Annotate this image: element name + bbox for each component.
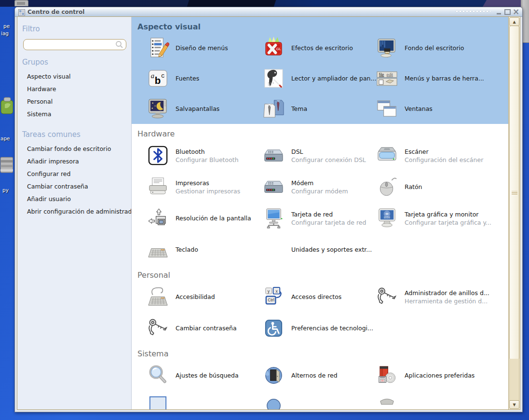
item-label: Administrador de anillos d... <box>405 289 489 297</box>
control-item-fondo-del-escritorio[interactable]: Fondo del escritorio <box>376 37 508 59</box>
desktop-background-icon <box>376 37 398 59</box>
control-item-men-s-y-barras-de-herra[interactable]: fileeditMenús y barras de herra... <box>376 67 508 90</box>
control-item-rat-n[interactable]: Ratón <box>376 176 508 198</box>
graphics-card-icon: suse <box>376 207 398 230</box>
control-item-unidades-y-soportes-extr[interactable]: Unidades y soportes extr... <box>262 238 376 261</box>
groups-heading: Grupos <box>22 58 131 67</box>
item-label: Ratón <box>405 183 422 190</box>
sidebar-group-sistema[interactable]: Sistema <box>27 110 131 118</box>
menus-toolbars-icon: fileedit <box>376 67 398 90</box>
desktop-effects-icon: GL <box>262 37 285 59</box>
menu-design-icon <box>147 37 169 59</box>
titlebar[interactable]: Centro de control × <box>15 7 522 17</box>
item-sublabel: Configurar tarjeta gráfica y... <box>405 219 491 226</box>
minimize-button[interactable] <box>495 8 502 15</box>
control-item-tema[interactable]: Tema <box>262 97 376 120</box>
sidebar-group-aspecto-visual[interactable]: Aspecto visual <box>27 73 131 80</box>
removable-media-icon <box>262 238 285 261</box>
control-item-teclado[interactable]: Teclado <box>147 238 262 261</box>
desktop-top-strip <box>0 0 529 7</box>
svg-text:x: x <box>275 289 278 294</box>
bluetooth-icon <box>147 144 169 167</box>
section-title-sistema: Sistema <box>132 344 508 360</box>
control-item-m-dem[interactable]: MódemConfigurar módem <box>262 176 376 198</box>
scrollbar-trough[interactable] <box>509 359 519 401</box>
sidebar-group-personal[interactable]: Personal <box>27 98 131 105</box>
control-item-impresoras[interactable]: ImpresorasGestionar impresoras <box>147 176 262 198</box>
svg-text:Ctrl: Ctrl <box>268 298 274 302</box>
control-item-tarjeta-gr-fica-y-monitor[interactable]: suseTarjeta gráfica y monitorConfigurar … <box>376 207 508 230</box>
control-item-accesibilidad[interactable]: Accesibilidad <box>147 285 262 308</box>
search-settings-icon <box>147 364 169 387</box>
theme-icon <box>262 97 285 120</box>
keyboard-icon <box>147 238 169 261</box>
maximize-button[interactable] <box>504 8 511 15</box>
desktop-icon[interactable] <box>0 155 13 175</box>
control-item-bluetooth[interactable]: BluetoothConfigurar Bluetooth <box>147 144 262 167</box>
scrollbar-up-button[interactable]: ▲ <box>509 17 519 26</box>
control-item-lector-y-ampliador-de-pan[interactable]: Lector y ampliador de pan... <box>262 67 376 90</box>
sidebar-task-cambiar-contrase-a[interactable]: Cambiar contraseña <box>27 183 131 190</box>
scrollbar[interactable]: ▲ ▼ <box>508 17 520 409</box>
control-item-salvapantallas[interactable]: Salvapantallas <box>147 97 262 120</box>
scrollbar-grip-icon <box>512 191 517 194</box>
item-label: Accesibilidad <box>176 293 215 300</box>
control-item-resoluci-n-de-la-pantalla[interactable]: Resolución de la pantalla <box>147 207 262 230</box>
control-item-dsl[interactable]: DSLConfigurar conexión DSL <box>262 144 376 167</box>
control-item-ventanas[interactable]: Ventanas <box>376 97 508 120</box>
control-item-dise-o-de-men-s[interactable]: Diseño de menús <box>147 37 262 59</box>
desktop-icon-label-fragment: pe <box>3 23 10 29</box>
section-items-hardware: BluetoothConfigurar BluetoothDSLConfigur… <box>132 140 508 265</box>
section-items-aspecto-visual: Diseño de menúsGLEfectos de escritorioFo… <box>132 33 508 124</box>
titlebar-grip <box>456 10 490 14</box>
control-center-window: Centro de control × Filtro Grupos Aspect… <box>14 7 523 412</box>
control-item-tarjeta-de-red[interactable]: Tarjeta de redConfigurar tarjeta de red <box>262 207 376 230</box>
modem-icon <box>262 176 285 198</box>
sidebar-task-configurar-red[interactable]: Configurar red <box>27 170 131 177</box>
control-item-partial-globe-icon[interactable] <box>262 395 376 409</box>
control-item-partial-drive-icon[interactable] <box>376 395 508 409</box>
item-label: Fuentes <box>176 75 199 82</box>
control-item-administrador-de-anillos-d[interactable]: Administrador de anillos d...Herramienta… <box>376 285 508 308</box>
background-window-shard <box>483 0 525 7</box>
sidebar-task-cambiar-fondo-de-escritorio[interactable]: Cambiar fondo de escritorio <box>27 145 131 152</box>
close-button[interactable]: × <box>513 8 519 15</box>
control-item-accesos-directos[interactable]: yxCtrlAccesos directos <box>262 285 376 308</box>
control-item-efectos-de-escritorio[interactable]: GLEfectos de escritorio <box>262 37 376 59</box>
item-sublabel: Configurar Bluetooth <box>176 156 239 163</box>
partial-window-icon <box>147 395 169 409</box>
item-sublabel: Configurar módem <box>291 188 348 195</box>
control-item-cambiar-contrase-a[interactable]: Cambiar contraseña <box>147 317 262 339</box>
item-label: Tarjeta gráfica y monitor <box>405 211 491 218</box>
control-item-fuentes[interactable]: abcFuentes <box>147 67 262 90</box>
scrollbar-down-button[interactable]: ▼ <box>509 400 519 409</box>
control-item-esc-ner[interactable]: EscánerConfiguración del escáner <box>376 144 508 167</box>
printer-icon <box>147 176 169 198</box>
sidebar-group-hardware[interactable]: Hardware <box>27 85 131 93</box>
control-center-window-icon <box>18 9 25 15</box>
sidebar-task-abrir-configuraci-n-de-administrador[interactable]: Abrir configuración de administrador <box>27 208 131 215</box>
scrollbar-thumb[interactable] <box>509 26 519 360</box>
search-input[interactable] <box>23 39 126 50</box>
dsl-icon <box>262 144 285 167</box>
sidebar-task-a-adir-usuario[interactable]: Añadir usuario <box>27 195 131 203</box>
desktop-icon[interactable] <box>0 96 13 116</box>
control-item-aplicaciones-preferidas[interactable]: Aplicaciones preferidas <box>376 364 508 387</box>
control-item-alternos-de-red[interactable]: Alternos de red <box>262 364 376 387</box>
item-label: Unidades y soportes extr... <box>291 246 372 253</box>
item-sublabel: Configurar tarjeta de red <box>291 219 366 226</box>
control-item-preferencias-de-tecnologi[interactable]: Preferencias de tecnologi... <box>262 317 376 339</box>
section-title-aspecto-visual: Aspecto visual <box>132 17 508 33</box>
assistive-tech-icon <box>262 317 285 339</box>
screen-resolution-icon <box>147 207 169 230</box>
section-items-personal: AccesibilidadyxCtrlAccesos directosAdmin… <box>132 281 508 344</box>
item-label: Fondo del escritorio <box>405 44 464 52</box>
network-card-icon <box>262 207 285 230</box>
sidebar-task-a-adir-impresora[interactable]: Añadir impresora <box>27 158 131 165</box>
item-label: Ventanas <box>405 105 433 112</box>
item-label: Impresoras <box>176 179 240 187</box>
item-label: Efectos de escritorio <box>291 44 353 52</box>
control-item-ajustes-de-b-squeda[interactable]: Ajustes de búsqueda <box>147 364 262 387</box>
control-item-partial-window-icon[interactable] <box>147 395 262 409</box>
item-label: Resolución de la pantalla <box>176 215 251 222</box>
